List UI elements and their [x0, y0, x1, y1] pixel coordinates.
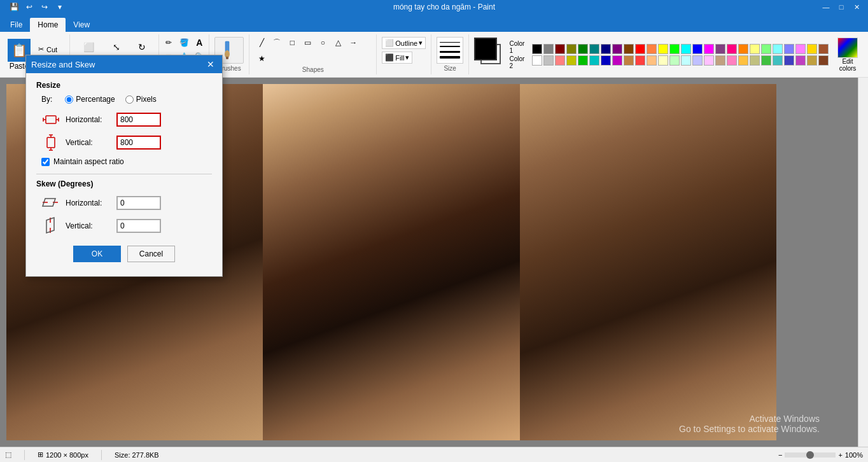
color-swatch[interactable] — [647, 55, 657, 66]
resize-by-group: By: Percentage Pixels — [36, 95, 212, 104]
color1-swatch[interactable] — [474, 38, 497, 60]
color-swatch[interactable] — [738, 55, 748, 66]
color-swatch[interactable] — [532, 55, 542, 66]
horizontal-input[interactable] — [116, 113, 161, 127]
color-swatch[interactable] — [750, 44, 760, 54]
close-button[interactable]: ✕ — [850, 2, 863, 12]
ok-button[interactable]: OK — [73, 246, 121, 262]
minimize-button[interactable]: — — [820, 2, 832, 12]
color-swatch[interactable] — [773, 55, 783, 66]
color-swatch[interactable] — [532, 44, 542, 54]
skew-vertical-input[interactable] — [116, 219, 161, 233]
pencil-tool[interactable]: ✏ — [162, 36, 176, 50]
redo-icon[interactable]: ↪ — [38, 1, 51, 13]
undo-icon[interactable]: ↩ — [23, 1, 36, 13]
color-swatch[interactable] — [807, 55, 817, 66]
round-rect-shape[interactable]: ▭ — [300, 36, 314, 50]
percentage-radio-label[interactable]: Percentage — [65, 95, 115, 104]
color-swatch[interactable] — [795, 44, 806, 54]
color-swatch[interactable] — [589, 44, 599, 54]
curve-shape[interactable]: ⌒ — [270, 36, 284, 50]
color-swatch[interactable] — [761, 55, 771, 66]
color-swatch[interactable] — [635, 55, 645, 66]
maximize-button[interactable]: □ — [835, 2, 848, 12]
color-swatch[interactable] — [624, 55, 634, 66]
color-swatch[interactable] — [773, 44, 783, 54]
color-swatch[interactable] — [704, 55, 714, 66]
save-icon[interactable]: 💾 — [8, 1, 20, 13]
color-swatch[interactable] — [669, 44, 680, 54]
pixels-radio-label[interactable]: Pixels — [125, 95, 157, 104]
vertical-input[interactable] — [116, 136, 161, 150]
color-swatch[interactable] — [818, 44, 829, 54]
color-swatch[interactable] — [578, 44, 588, 54]
ribbon-tabs: File Home View — [0, 14, 868, 32]
cut-button[interactable]: ✂ Cut — [36, 45, 64, 54]
color-swatch[interactable] — [601, 55, 611, 66]
color-swatch[interactable] — [578, 55, 588, 66]
scrollbar-vertical[interactable] — [858, 78, 868, 447]
color-swatch[interactable] — [681, 55, 691, 66]
color-swatch[interactable] — [555, 55, 565, 66]
color-swatch[interactable] — [612, 55, 622, 66]
zoom-plus[interactable]: + — [838, 451, 842, 459]
color-swatch[interactable] — [658, 55, 668, 66]
color-swatch[interactable] — [543, 55, 554, 66]
color-swatch[interactable] — [750, 55, 760, 66]
color-swatch[interactable] — [784, 44, 794, 54]
cancel-button[interactable]: Cancel — [127, 246, 175, 262]
color-swatch[interactable] — [555, 44, 565, 54]
color-swatch[interactable] — [727, 44, 737, 54]
rect-shape[interactable]: □ — [285, 36, 299, 50]
fill-tool[interactable]: 🪣 — [177, 36, 191, 50]
color-swatch[interactable] — [692, 55, 703, 66]
color-swatch[interactable] — [784, 55, 794, 66]
color-swatch[interactable] — [715, 44, 725, 54]
pixels-radio[interactable] — [125, 95, 134, 104]
color-swatch[interactable] — [658, 44, 668, 54]
status-bar: ⬚ ⊞ 1200 × 800px Size: 277.8KB − + 100% — [0, 447, 868, 462]
tab-view[interactable]: View — [66, 18, 97, 32]
line-shape[interactable]: ╱ — [255, 36, 269, 50]
skew-horizontal-input[interactable] — [116, 196, 161, 210]
color-swatch[interactable] — [818, 55, 829, 66]
color-swatch[interactable] — [601, 44, 611, 54]
color-swatch[interactable] — [566, 55, 577, 66]
size-selector[interactable] — [437, 37, 463, 64]
zoom-minus[interactable]: − — [778, 451, 782, 459]
color-swatch[interactable] — [795, 55, 806, 66]
tab-file[interactable]: File — [3, 18, 30, 32]
dialog-close-button[interactable]: ✕ — [204, 58, 217, 71]
ellipse-shape[interactable]: ○ — [316, 36, 330, 50]
color-swatch[interactable] — [681, 44, 691, 54]
color-swatch[interactable] — [635, 44, 645, 54]
tab-home[interactable]: Home — [30, 18, 66, 32]
zoom-thumb — [806, 451, 814, 459]
color-swatch[interactable] — [543, 44, 554, 54]
color-swatch[interactable] — [624, 44, 634, 54]
edit-colors-button[interactable]: Editcolors — [832, 35, 863, 74]
color-swatch[interactable] — [727, 55, 737, 66]
color-swatch[interactable] — [612, 44, 622, 54]
arrow-shape[interactable]: → — [346, 36, 360, 50]
text-tool[interactable]: A — [192, 36, 206, 50]
color-swatch[interactable] — [738, 44, 748, 54]
fill-dropdown[interactable]: ⬛ Fill ▾ — [382, 52, 412, 64]
color-swatch[interactable] — [669, 55, 680, 66]
color-swatch[interactable] — [715, 55, 725, 66]
triangle-shape[interactable]: △ — [331, 36, 345, 50]
zoom-control[interactable]: − + 100% — [778, 451, 863, 459]
color-swatch[interactable] — [589, 55, 599, 66]
color-swatch[interactable] — [647, 44, 657, 54]
dropdown-icon[interactable]: ▾ — [53, 1, 66, 13]
zoom-slider[interactable] — [785, 452, 836, 458]
maintain-aspect-checkbox[interactable] — [41, 158, 50, 166]
color-swatch[interactable] — [566, 44, 577, 54]
color-swatch[interactable] — [704, 44, 714, 54]
color-swatch[interactable] — [692, 44, 703, 54]
outline-dropdown[interactable]: ⬜ Outline ▾ — [382, 37, 426, 49]
color-swatch[interactable] — [761, 44, 771, 54]
color-swatch[interactable] — [807, 44, 817, 54]
star-shape[interactable]: ★ — [255, 52, 269, 66]
percentage-radio[interactable] — [65, 95, 73, 104]
